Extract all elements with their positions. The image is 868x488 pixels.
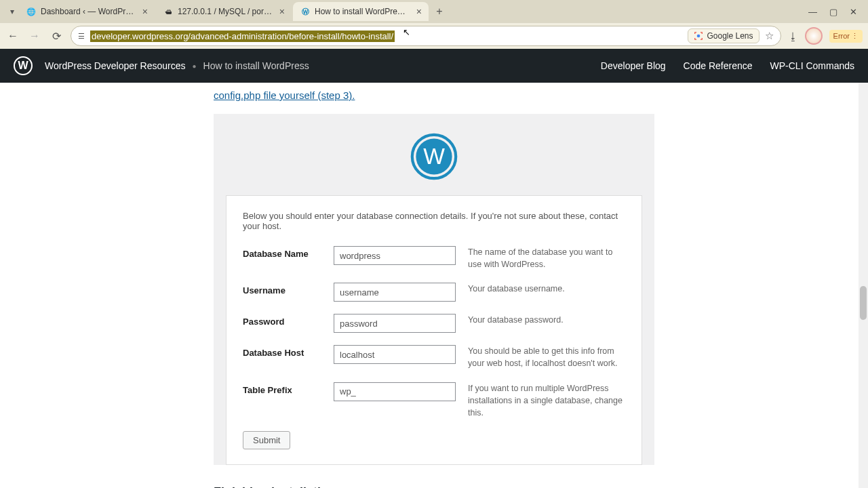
svg-text:W: W xyxy=(423,144,445,169)
help-database-host: You should be able to get this info from… xyxy=(468,345,625,369)
site-header: W WordPress Developer Resources ● How to… xyxy=(0,49,868,83)
row-database-host: Database Host You should be able to get … xyxy=(243,345,625,369)
input-table-prefix[interactable] xyxy=(334,382,456,401)
downloads-icon[interactable]: ⭳ xyxy=(788,30,798,42)
close-icon[interactable]: × xyxy=(416,6,422,17)
input-database-name[interactable] xyxy=(334,246,456,265)
wordpress-logo-large: W xyxy=(410,133,458,180)
help-database-name: The name of the database you want to use… xyxy=(468,246,625,270)
browser-tab-0[interactable]: 🌐 Dashboard ‹ — WordPress × xyxy=(19,2,155,21)
tab-title: 127.0.0.1 / MySQL / portfoliow xyxy=(178,7,273,16)
wordpress-icon: Ⓦ xyxy=(300,6,311,17)
profile-avatar[interactable] xyxy=(805,27,823,45)
tab-title: Dashboard ‹ — WordPress xyxy=(41,7,136,16)
address-bar: ← → ⟳ ☰ developer.wordpress.org/advanced… xyxy=(0,23,868,49)
browser-tab-strip: ▾ 🌐 Dashboard ‹ — WordPress × 🛳 127.0.0.… xyxy=(0,0,868,23)
input-database-host[interactable] xyxy=(334,345,456,364)
window-controls: — ▢ ✕ xyxy=(808,7,863,17)
row-password: Password Your database password. xyxy=(243,314,625,333)
input-username[interactable] xyxy=(334,283,456,302)
site-title[interactable]: WordPress Developer Resources xyxy=(45,60,186,71)
globe-icon: 🌐 xyxy=(26,6,37,17)
help-username: Your database username. xyxy=(468,283,625,295)
row-username: Username Your database username. xyxy=(243,283,625,302)
reload-button[interactable]: ⟳ xyxy=(49,30,64,43)
tab-title: How to install WordPress – Adv xyxy=(315,7,410,16)
close-window-icon[interactable]: ✕ xyxy=(850,7,857,17)
label-database-host: Database Host xyxy=(243,345,334,358)
label-username: Username xyxy=(243,283,334,296)
label-database-name: Database Name xyxy=(243,246,334,259)
help-password: Your database password. xyxy=(468,314,625,326)
config-link[interactable]: config.php file yourself (step 3). xyxy=(214,89,355,101)
form-description: Below you should enter your database con… xyxy=(243,211,625,231)
wordpress-logo-icon[interactable]: W xyxy=(14,56,33,75)
label-password: Password xyxy=(243,314,334,327)
new-tab-button[interactable]: + xyxy=(430,5,449,18)
url-input[interactable]: ☰ developer.wordpress.org/advanced-admin… xyxy=(71,26,781,46)
bookmark-star-icon[interactable]: ☆ xyxy=(765,30,774,42)
label-table-prefix: Table Prefix xyxy=(243,382,334,395)
extension-error-chip[interactable]: Error ⋮ xyxy=(829,30,863,43)
breadcrumb-page: How to install WordPress xyxy=(203,60,309,71)
phpmyadmin-icon: 🛳 xyxy=(163,6,174,17)
lens-icon xyxy=(694,31,703,41)
nav-wpcli-commands[interactable]: WP-CLI Commands xyxy=(770,60,854,71)
row-database-name: Database Name The name of the database y… xyxy=(243,246,625,270)
site-settings-icon[interactable]: ☰ xyxy=(78,32,85,41)
nav-code-reference[interactable]: Code Reference xyxy=(684,60,753,71)
close-icon[interactable]: × xyxy=(142,6,148,17)
forward-button[interactable]: → xyxy=(27,30,42,42)
back-button[interactable]: ← xyxy=(5,30,20,42)
nav-developer-blog[interactable]: Developer Blog xyxy=(601,60,666,71)
install-screenshot-card: W Below you should enter your database c… xyxy=(214,114,654,465)
url-text: developer.wordpress.org/advanced-adminis… xyxy=(90,30,395,42)
submit-button[interactable]: Submit xyxy=(243,431,290,449)
browser-tab-2[interactable]: Ⓦ How to install WordPress – Adv × xyxy=(293,2,429,21)
site-nav: Developer Blog Code Reference WP-CLI Com… xyxy=(601,60,854,71)
help-table-prefix: If you want to run multiple WordPress in… xyxy=(468,382,625,419)
maximize-icon[interactable]: ▢ xyxy=(829,7,837,17)
minimize-icon[interactable]: — xyxy=(808,7,817,17)
google-lens-button[interactable]: Google Lens xyxy=(688,28,759,43)
section-heading-finishing: Finishing installation xyxy=(214,485,654,488)
breadcrumb-separator: ● xyxy=(193,62,197,70)
browser-tab-1[interactable]: 🛳 127.0.0.1 / MySQL / portfoliow × xyxy=(156,2,292,21)
db-credentials-form: Below you should enter your database con… xyxy=(226,195,642,465)
row-table-prefix: Table Prefix If you want to run multiple… xyxy=(243,382,625,419)
tab-search-dropdown[interactable]: ▾ xyxy=(5,7,19,16)
svg-point-0 xyxy=(697,35,701,38)
close-icon[interactable]: × xyxy=(279,6,285,17)
scrollbar-thumb[interactable] xyxy=(860,286,867,320)
input-password[interactable] xyxy=(334,314,456,333)
scrollbar-track[interactable] xyxy=(859,83,868,488)
page-content: config.php file yourself (step 3). W Bel… xyxy=(0,83,868,488)
